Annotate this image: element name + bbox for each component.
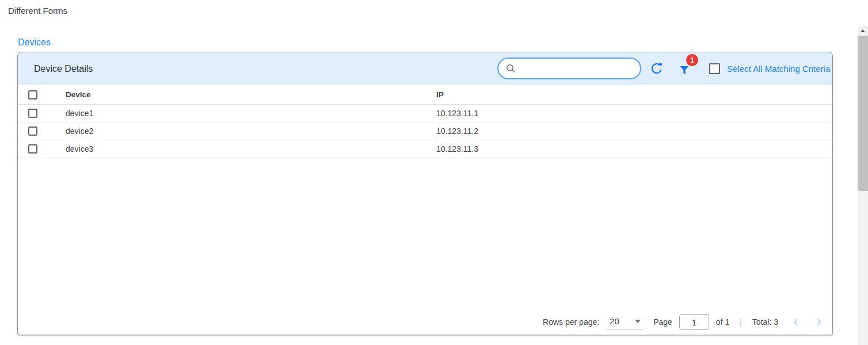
filter-count-badge[interactable]: 1 — [686, 54, 698, 66]
ip-cell: 10.123.11.2 — [436, 126, 832, 136]
row-checkbox[interactable] — [28, 126, 37, 136]
refresh-button[interactable] — [649, 62, 664, 76]
ip-cell: 10.123.11.1 — [436, 109, 832, 118]
pagination-bar: Rows per page: 20 Page of 1 | Total: 3 — [543, 313, 824, 331]
column-header-ip: IP — [436, 90, 832, 99]
previous-page-button[interactable] — [791, 317, 801, 327]
table-row[interactable]: device3 10.123.11.3 — [18, 140, 832, 158]
page-number-input[interactable] — [679, 314, 709, 330]
next-page-button[interactable] — [814, 317, 824, 327]
device-cell: device3 — [66, 144, 436, 154]
chevron-down-icon — [635, 320, 641, 323]
search-box[interactable] — [497, 57, 641, 79]
page-count-label: of 1 — [716, 317, 729, 327]
select-all-label[interactable]: Select All Matching Criteria — [727, 52, 830, 85]
rows-per-page-value: 20 — [610, 316, 619, 326]
column-header-device: Device — [66, 90, 436, 99]
row-checkbox[interactable] — [28, 144, 37, 154]
rows-per-page-label: Rows per page: — [543, 317, 599, 327]
refresh-icon — [650, 62, 664, 75]
page-label: Page — [653, 317, 672, 327]
device-cell: device1 — [66, 109, 436, 118]
chevron-right-icon — [814, 317, 824, 327]
scroll-up-arrow-icon — [861, 29, 865, 32]
total-count-label: Total: 3 — [752, 317, 778, 327]
page-title: Different Forms — [8, 6, 67, 16]
scrollbar-up-button[interactable] — [858, 26, 868, 36]
row-checkbox[interactable] — [28, 109, 37, 118]
panel-header: Device Details 1 Select All Matching Cri… — [18, 52, 832, 85]
page-scrollbar[interactable] — [858, 26, 868, 345]
table-row[interactable]: device2 10.123.11.2 — [18, 122, 832, 140]
devices-table: Device IP device1 10.123.11.1 device2 10… — [18, 85, 832, 158]
device-cell: device2 — [66, 126, 436, 136]
table-row[interactable]: device1 10.123.11.1 — [18, 105, 832, 122]
search-icon — [505, 63, 516, 74]
ip-cell: 10.123.11.3 — [436, 144, 832, 154]
devices-link[interactable]: Devices — [18, 37, 51, 48]
panel-title: Device Details — [34, 52, 93, 85]
table-header-row: Device IP — [18, 85, 832, 105]
chevron-left-icon — [791, 317, 801, 327]
rows-per-page-select[interactable]: 20 — [606, 315, 643, 329]
search-input[interactable] — [520, 63, 633, 74]
pagination-divider: | — [740, 317, 742, 327]
select-all-rows-checkbox[interactable] — [28, 90, 37, 99]
scrollbar-thumb[interactable] — [858, 36, 868, 191]
select-all-checkbox[interactable] — [709, 63, 720, 74]
device-details-panel: Device Details 1 Select All Matching Cri… — [17, 52, 833, 335]
